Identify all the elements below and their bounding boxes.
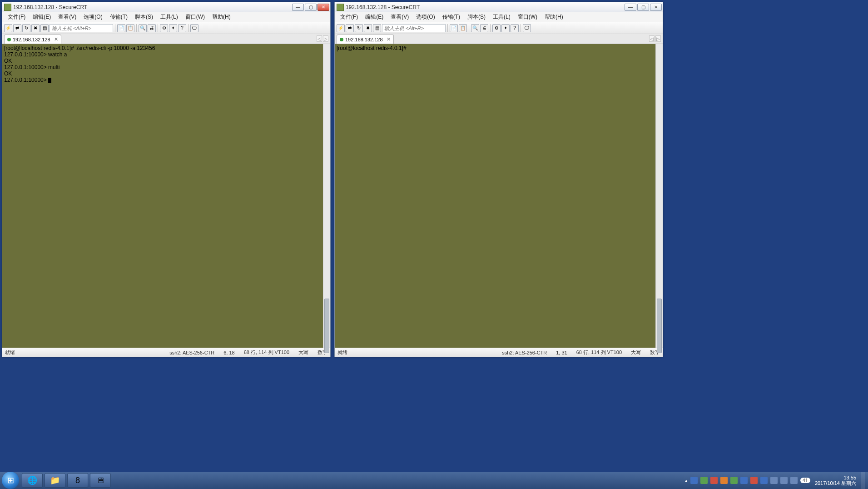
session-icon[interactable]: ▤ [373,24,381,32]
tab-close-icon[interactable]: ✕ [54,36,58,42]
disconnect-icon[interactable]: ✖ [364,24,372,32]
connect-icon[interactable]: ⚡ [4,24,12,32]
menu-help[interactable]: 帮助(H) [208,12,234,22]
taskbar-clock[interactable]: 13:55 2017/10/14 星期六 [813,475,858,486]
paste-icon[interactable]: 📋 [459,24,467,32]
session-tab[interactable]: 192.168.132.128 ✕ [4,35,61,44]
tray-icon[interactable] [740,477,748,484]
tab-prev-icon[interactable]: ◁ [649,35,655,42]
menu-window[interactable]: 窗口(W) [182,12,208,22]
tray-icon[interactable] [760,477,768,484]
tray-notification-count[interactable]: 41 [800,478,810,483]
print-icon[interactable]: 🖨 [148,24,156,32]
tray-icon[interactable] [730,477,738,484]
tab-label: 192.168.132.128 [13,37,50,42]
securecrt-window-left: 192.168.132.128 - SecureCRT — ▢ ✕ 文件(F) … [2,2,331,357]
menu-file[interactable]: 文件(F) [337,12,362,22]
tab-next-icon[interactable]: ▷ [323,35,328,42]
find-icon[interactable]: 🔍 [471,24,479,32]
minimize-button[interactable]: — [625,4,636,11]
titlebar[interactable]: 192.168.132.128 - SecureCRT — ▢ ✕ [2,2,330,12]
menu-options[interactable]: 选项(O) [80,12,106,22]
maximize-button[interactable]: ▢ [637,4,649,11]
tray-volume-icon[interactable] [790,477,798,484]
help-icon[interactable]: ? [178,24,186,32]
menu-tools[interactable]: 工具(L) [157,12,182,22]
window-title: 192.168.132.128 - SecureCRT [13,4,292,10]
session-tab[interactable]: 192.168.132.128 ✕ [337,35,394,44]
menu-script[interactable]: 脚本(S) [131,12,157,22]
menu-tools[interactable]: 工具(L) [489,12,514,22]
tray-icon[interactable] [770,477,778,484]
close-button[interactable]: ✕ [317,4,329,11]
tray-icon[interactable] [690,477,698,484]
menu-transfer[interactable]: 传输(T) [106,12,131,22]
tray-icon[interactable] [700,477,708,484]
menu-edit[interactable]: 编辑(E) [29,12,55,22]
screen-icon[interactable]: 🖵 [523,24,531,32]
reconnect-icon[interactable]: ↻ [22,24,30,32]
copy-icon[interactable]: 📄 [450,24,458,32]
host-input[interactable] [50,24,113,32]
menu-transfer[interactable]: 传输(T) [439,12,464,22]
disconnect-icon[interactable]: ✖ [31,24,40,32]
help-icon[interactable]: ? [511,24,519,32]
screen-icon[interactable]: 🖵 [190,24,198,32]
start-button[interactable]: ⊞ [2,472,19,489]
menu-file[interactable]: 文件(F) [4,12,29,22]
tray-network-icon[interactable] [780,477,788,484]
scroll-thumb[interactable] [324,299,329,353]
minimize-button[interactable]: — [292,4,304,11]
menu-script[interactable]: 脚本(S) [464,12,489,22]
options-icon[interactable]: ✦ [169,24,177,32]
separator [469,24,469,32]
tray-arrow-icon[interactable]: ▴ [685,478,688,484]
status-connection: ssh2: AES-256-CTR [502,350,547,355]
status-ready: 就绪 [5,349,15,356]
taskbar-securecrt[interactable]: 🖥 [90,473,111,488]
terminal[interactable]: [root@localhost redis-4.0.1]# [335,44,655,348]
securecrt-window-right: 192.168.132.128 - SecureCRT — ▢ ✕ 文件(F) … [334,2,663,357]
vertical-scrollbar[interactable] [323,44,330,348]
tray-icon[interactable] [710,477,718,484]
titlebar[interactable]: 192.168.132.128 - SecureCRT — ▢ ✕ [335,2,663,12]
maximize-button[interactable]: ▢ [305,4,317,11]
menu-options[interactable]: 选项(O) [412,12,438,22]
clock-date: 2017/10/14 星期六 [815,480,856,486]
tab-close-icon[interactable]: ✕ [387,36,391,42]
show-desktop-button[interactable] [861,472,865,489]
options-icon[interactable]: ✦ [501,24,510,32]
find-icon[interactable]: 🔍 [139,24,147,32]
separator [188,24,188,32]
connect-icon[interactable]: ⚡ [337,24,345,32]
menu-edit[interactable]: 编辑(E) [362,12,387,22]
quick-connect-icon[interactable]: ⇄ [13,24,21,32]
status-cursor: 6, 18 [223,350,234,355]
properties-icon[interactable]: ⚙ [160,24,168,32]
properties-icon[interactable]: ⚙ [492,24,501,32]
close-button[interactable]: ✕ [650,4,662,11]
copy-icon[interactable]: 📄 [117,24,125,32]
terminal[interactable]: [root@localhost redis-4.0.1]# ./src/redi… [2,44,323,348]
session-icon[interactable]: ▤ [40,24,49,32]
tab-prev-icon[interactable]: ◁ [317,35,322,42]
separator [490,24,491,32]
paste-icon[interactable]: 📋 [126,24,134,32]
quick-connect-icon[interactable]: ⇄ [346,24,354,32]
tray-icon[interactable] [750,477,758,484]
tray-icon[interactable] [720,477,728,484]
menu-view[interactable]: 查看(V) [55,12,80,22]
taskbar-explorer[interactable]: 📁 [45,473,65,488]
scroll-thumb[interactable] [657,299,662,353]
menu-help[interactable]: 帮助(H) [541,12,567,22]
tab-next-icon[interactable]: ▷ [655,35,661,42]
reconnect-icon[interactable]: ↻ [355,24,363,32]
print-icon[interactable]: 🖨 [480,24,488,32]
taskbar-app[interactable]: 8 [67,473,88,488]
vertical-scrollbar[interactable] [655,44,663,348]
menu-window[interactable]: 窗口(W) [514,12,541,22]
menu-view[interactable]: 查看(V) [387,12,412,22]
host-input[interactable] [382,24,446,32]
status-bar: 就绪 ssh2: AES-256-CTR 6, 18 68 行, 114 列 V… [2,348,330,357]
taskbar-chrome[interactable]: 🌐 [22,473,43,488]
